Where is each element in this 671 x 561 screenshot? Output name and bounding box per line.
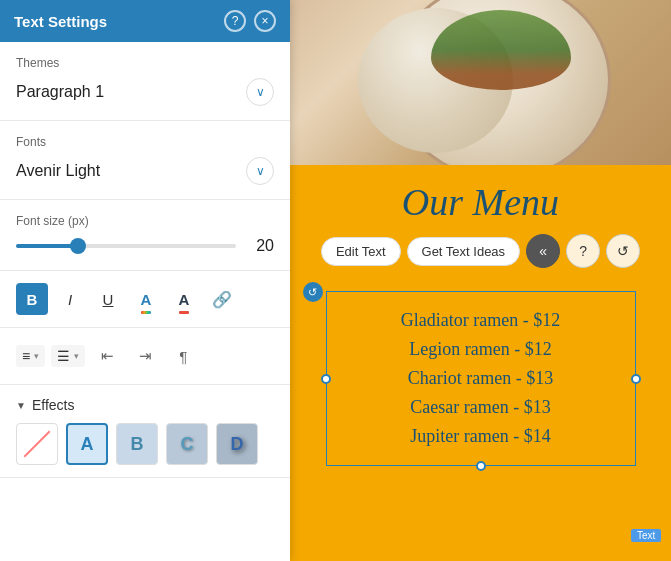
text-color-icon: A xyxy=(141,291,152,308)
indent-right-icon: ⇥ xyxy=(139,347,152,365)
rotate-icon: ↺ xyxy=(617,243,629,259)
canvas-menu-area: Our Menu Edit Text Get Text Ideas « ? ↺ … xyxy=(290,165,671,561)
back-arrow-icon: « xyxy=(539,243,547,259)
list-icon: ☰ xyxy=(57,348,70,364)
edit-text-button[interactable]: Edit Text xyxy=(321,237,401,266)
text-direction-icon: ¶ xyxy=(179,348,187,365)
underline-button[interactable]: U xyxy=(92,283,124,315)
menu-text-box[interactable]: ↺ Gladiator ramen - $12 Legion ramen - $… xyxy=(326,291,636,466)
effect-swatch-b[interactable]: B xyxy=(116,423,158,465)
canvas-toolbar: Edit Text Get Text Ideas « ? ↺ xyxy=(321,234,640,268)
themes-value: Paragraph 1 xyxy=(16,83,104,101)
swatch-d-letter: D xyxy=(231,434,244,455)
menu-item-1: Legion ramen - $12 xyxy=(347,339,615,360)
list-dropdown[interactable]: ☰ ▾ xyxy=(51,345,85,367)
format-toolbar: B I U A A 🔗 xyxy=(0,271,290,328)
panel-close-button[interactable]: × xyxy=(254,10,276,32)
swatch-a-letter: A xyxy=(81,434,94,455)
font-size-label: Font size (px) xyxy=(16,214,274,228)
align-toolbar: ≡ ▾ ☰ ▾ ⇤ ⇥ ¶ xyxy=(0,328,290,385)
chevron-down-icon-2: ∨ xyxy=(256,164,265,178)
align-left-dropdown[interactable]: ≡ ▾ xyxy=(16,345,45,367)
fonts-label: Fonts xyxy=(16,135,274,149)
rotate-handle[interactable]: ↺ xyxy=(303,282,323,302)
menu-item-0: Gladiator ramen - $12 xyxy=(347,310,615,331)
highlight-button[interactable]: A xyxy=(168,283,200,315)
bold-icon: B xyxy=(27,291,38,308)
slider-track xyxy=(16,244,236,248)
link-button[interactable]: 🔗 xyxy=(206,283,238,315)
help-icon: ? xyxy=(579,243,587,259)
text-direction-button[interactable]: ¶ xyxy=(167,340,199,372)
indent-left-icon: ⇤ xyxy=(101,347,114,365)
list-chevron-icon: ▾ xyxy=(74,351,79,361)
resize-handle-right[interactable] xyxy=(631,374,641,384)
font-size-section: Font size (px) 20 xyxy=(0,200,290,271)
swatch-b-letter: B xyxy=(131,434,144,455)
themes-label: Themes xyxy=(16,56,274,70)
effects-section: ▼ Effects A B C D xyxy=(0,385,290,478)
get-text-ideas-button[interactable]: Get Text Ideas xyxy=(407,237,521,266)
font-size-slider[interactable] xyxy=(16,236,236,256)
panel-help-button[interactable]: ? xyxy=(224,10,246,32)
help-button[interactable]: ? xyxy=(566,234,600,268)
bold-button[interactable]: B xyxy=(16,283,48,315)
text-settings-panel: Text Settings ? × Themes Paragraph 1 ∨ F… xyxy=(0,0,290,561)
menu-item-3: Caesar ramen - $13 xyxy=(347,397,615,418)
chevron-down-icon: ∨ xyxy=(256,85,265,99)
effect-swatch-none[interactable] xyxy=(16,423,58,465)
indent-left-button[interactable]: ⇤ xyxy=(91,340,123,372)
italic-icon: I xyxy=(68,291,72,308)
panel-title: Text Settings xyxy=(14,13,107,30)
effect-swatch-d[interactable]: D xyxy=(216,423,258,465)
swatch-c-letter: C xyxy=(181,434,194,455)
panel-header: Text Settings ? × xyxy=(0,0,290,42)
indent-right-button[interactable]: ⇥ xyxy=(129,340,161,372)
effect-swatch-c[interactable]: C xyxy=(166,423,208,465)
effects-swatches: A B C D xyxy=(16,423,274,465)
text-color-button[interactable]: A xyxy=(130,283,162,315)
back-arrow-button[interactable]: « xyxy=(526,234,560,268)
rotate-button[interactable]: ↺ xyxy=(606,234,640,268)
fonts-section: Fonts Avenir Light ∨ xyxy=(0,121,290,200)
text-badge: Text xyxy=(631,529,661,542)
align-left-icon: ≡ xyxy=(22,348,30,364)
menu-title: Our Menu xyxy=(402,180,559,224)
themes-section: Themes Paragraph 1 ∨ xyxy=(0,42,290,121)
fonts-chevron-icon[interactable]: ∨ xyxy=(246,157,274,185)
resize-handle-left[interactable] xyxy=(321,374,331,384)
themes-chevron-icon[interactable]: ∨ xyxy=(246,78,274,106)
italic-button[interactable]: I xyxy=(54,283,86,315)
fonts-value: Avenir Light xyxy=(16,162,100,180)
effects-collapse-icon: ▼ xyxy=(16,400,26,411)
align-left-chevron-icon: ▾ xyxy=(34,351,39,361)
fonts-dropdown[interactable]: Avenir Light ∨ xyxy=(16,157,274,185)
link-icon: 🔗 xyxy=(212,290,232,309)
menu-item-2: Chariot ramen - $13 xyxy=(347,368,615,389)
panel-header-icons: ? × xyxy=(224,10,276,32)
resize-handle-bottom[interactable] xyxy=(476,461,486,471)
effects-header[interactable]: ▼ Effects xyxy=(16,397,274,413)
font-size-row: 20 xyxy=(16,236,274,256)
font-size-value: 20 xyxy=(246,237,274,255)
underline-icon: U xyxy=(103,291,114,308)
effect-swatch-a[interactable]: A xyxy=(66,423,108,465)
effects-label: Effects xyxy=(32,397,75,413)
highlight-icon: A xyxy=(179,291,190,308)
themes-dropdown[interactable]: Paragraph 1 ∨ xyxy=(16,78,274,106)
slider-thumb[interactable] xyxy=(70,238,86,254)
menu-item-4: Jupiter ramen - $14 xyxy=(347,426,615,447)
